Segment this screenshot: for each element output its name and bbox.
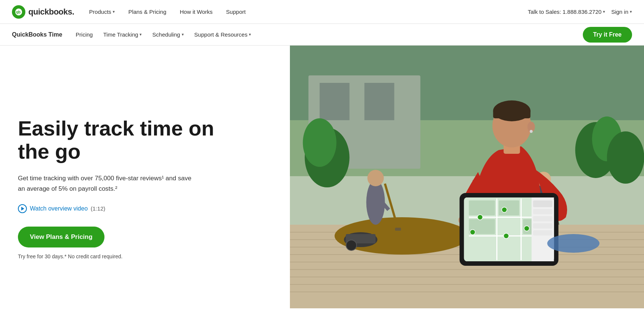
svg-point-54 [477,215,482,220]
svg-point-56 [524,226,529,231]
hero-image [290,46,644,308]
svg-rect-50 [469,200,495,215]
nav-time-tracking[interactable]: Time Tracking ▾ [103,31,142,38]
nav-plans-label: Plans & Pricing [128,9,166,15]
hero-title: Easily track time on the go [18,117,219,163]
nav-scheduling[interactable]: Scheduling ▾ [152,31,184,38]
sign-in-label: Sign in [611,9,628,15]
svg-rect-7 [364,83,394,120]
svg-rect-60 [533,200,552,207]
watch-video-label: Watch overview video [30,205,88,212]
view-plans-button[interactable]: View Plans & Pricing [18,227,104,247]
top-navigation: qb quickbooks. Products ▾ Plans & Pricin… [0,0,644,24]
nav-how-it-works[interactable]: How it Works [180,9,213,15]
quickbooks-logo-icon: qb [12,5,25,19]
svg-point-66 [303,118,336,167]
svg-point-29 [346,240,356,250]
svg-point-58 [470,230,475,235]
svg-point-20 [367,170,384,186]
svg-point-55 [501,207,507,212]
chevron-down-icon: ▾ [113,9,115,14]
svg-rect-62 [533,216,552,221]
svg-rect-63 [533,223,552,228]
play-icon [18,204,27,213]
logo-text: quickbooks. [28,7,74,17]
nav-support[interactable]: Support [226,9,246,15]
hero-content: Easily track time on the go Get time tra… [18,117,234,259]
svg-point-70 [547,234,599,253]
hero-illustration [290,46,644,308]
support-resources-dropdown-icon: ▾ [249,32,251,37]
svg-text:qb: qb [16,10,21,14]
scheduling-dropdown-icon: ▾ [182,32,184,37]
svg-rect-37 [493,109,530,118]
hero-subtitle: Get time tracking with over 75,000 five-… [18,173,197,193]
second-navigation: QuickBooks Time Pricing Time Tracking ▾ … [0,24,644,46]
talk-to-sales-label: Talk to Sales: 1.888.836.2720 [528,9,601,15]
nav-support-resources[interactable]: Support & Resources ▾ [194,31,251,38]
video-duration: (1:12) [91,205,105,212]
svg-rect-61 [533,209,552,214]
svg-point-69 [607,131,644,184]
watch-video-link[interactable]: Watch overview video (1:12) [18,204,219,213]
top-nav-links: Products ▾ Plans & Pricing How it Works … [89,9,528,15]
svg-point-57 [503,233,509,239]
sign-in[interactable]: Sign in ▾ [611,9,632,15]
nav-support-label: Support [226,9,246,15]
svg-rect-64 [533,230,552,236]
talk-to-sales[interactable]: Talk to Sales: 1.888.836.2720 ▾ [528,9,605,15]
phone-dropdown-icon: ▾ [603,9,605,14]
top-nav-right: Talk to Sales: 1.888.836.2720 ▾ Sign in … [528,9,632,15]
play-triangle-icon [21,207,24,211]
svg-rect-22 [395,228,401,231]
nav-support-resources-label: Support & Resources [194,31,248,38]
svg-rect-6 [319,83,349,120]
nav-time-tracking-label: Time Tracking [103,31,138,38]
time-tracking-dropdown-icon: ▾ [140,32,142,37]
nav-products-label: Products [89,9,111,15]
quickbooks-time-label[interactable]: QuickBooks Time [12,31,62,38]
second-nav-links: Pricing Time Tracking ▾ Scheduling ▾ Sup… [76,31,583,38]
nav-products[interactable]: Products ▾ [89,9,115,15]
nav-pricing[interactable]: Pricing [76,31,93,38]
svg-point-39 [529,130,532,133]
signin-dropdown-icon: ▾ [630,9,632,14]
hero-cta-group: View Plans & Pricing Try free for 30 day… [18,227,219,259]
svg-rect-51 [498,200,519,215]
nav-pricing-label: Pricing [76,31,93,38]
hero-section: Easily track time on the go Get time tra… [0,46,644,308]
try-it-free-button[interactable]: Try it Free [583,27,632,43]
logo[interactable]: qb quickbooks. [12,5,74,19]
free-trial-note: Try free for 30 days.* No credit card re… [18,253,219,259]
nav-scheduling-label: Scheduling [152,31,180,38]
nav-plans-pricing[interactable]: Plans & Pricing [128,9,166,15]
nav-how-label: How it Works [180,9,213,15]
